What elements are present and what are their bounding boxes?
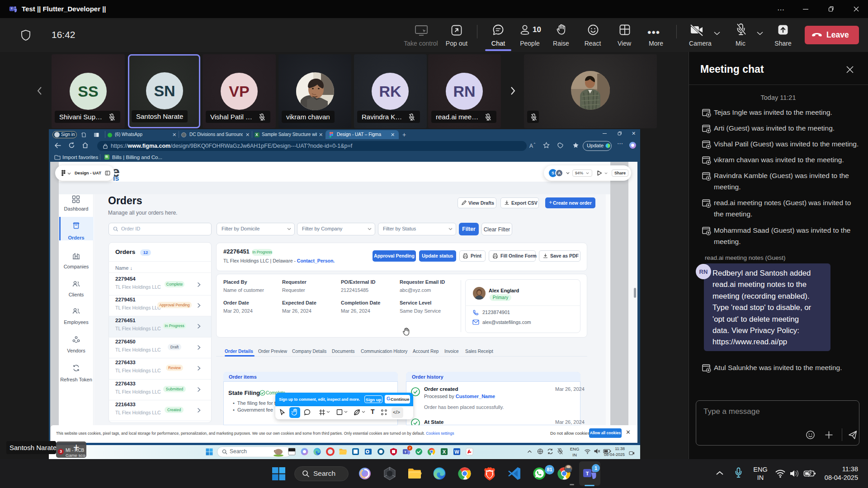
svg-text:T: T	[11, 7, 13, 10]
svg-text:W: W	[454, 449, 459, 455]
svg-text:T: T	[404, 450, 406, 454]
svg-text:T: T	[586, 471, 589, 476]
svg-text:X: X	[443, 449, 446, 455]
